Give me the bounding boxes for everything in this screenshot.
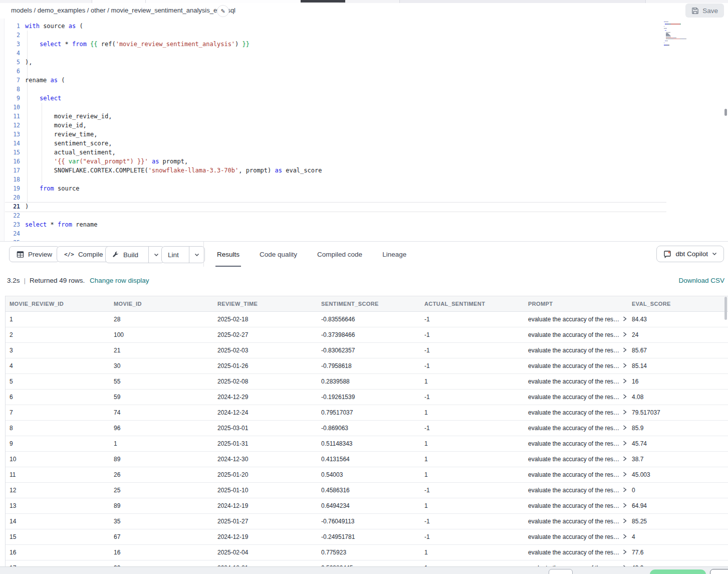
prompt-expand-chevron-icon[interactable] [623,518,627,525]
eval-score-cell: 85.9 [628,425,728,432]
prompt-cell[interactable]: evaluate the accuracy of the res… [524,331,628,338]
prompt-expand-chevron-icon[interactable] [623,331,627,338]
prompt-cell[interactable]: evaluate the accuracy of the res… [524,425,628,432]
actual-sentiment-cell: -1 [420,347,524,354]
prompt-expand-chevron-icon[interactable] [623,362,627,369]
movie-review-id-cell: 4 [6,362,110,369]
build-label: Build [123,251,138,259]
movie-review-id-cell: 2 [6,331,110,338]
code-line: 20 [0,193,728,202]
prompt-expand-chevron-icon[interactable] [623,456,627,463]
tab-compiled-code[interactable]: Compiled code [316,242,364,267]
line-number: 24 [0,229,20,238]
save-button[interactable]: Save [685,4,724,18]
prompt-cell[interactable]: evaluate the accuracy of the res… [524,347,628,354]
prompt-cell[interactable]: evaluate the accuracy of the res… [524,362,628,369]
line-number: 22 [0,211,20,220]
code-text: from source [25,184,79,193]
code-text: review_time, [25,130,98,139]
code-text: select [25,94,61,103]
prompt-expand-chevron-icon[interactable] [623,487,627,494]
prompt-expand-chevron-icon[interactable] [623,425,627,432]
row-count: Returned 49 rows. [30,277,85,284]
table-row: 4302025-01-26-0.7958618-1evaluate the ac… [6,358,728,374]
code-editor[interactable]: 1with source as (23 select * from {{ ref… [0,19,728,241]
download-csv-link[interactable]: Download CSV [678,277,724,284]
movie-id-cell: 26 [110,471,213,478]
lint-dropdown-caret[interactable] [189,247,204,263]
code-line: 7rename as ( [0,76,728,85]
copilot-edit-icon[interactable]: ✎ [217,5,229,17]
line-number: 11 [0,112,20,121]
prompt-expand-chevron-icon[interactable] [623,316,627,323]
prompt-cell[interactable]: evaluate the accuracy of the res… [524,456,628,463]
prompt-cell[interactable]: evaluate the accuracy of the res… [524,440,628,447]
breadcrumb: models / demo_examples / other / movie_r… [11,7,235,14]
table-grid-icon [17,251,24,258]
minimap[interactable] [664,21,719,51]
lint-button[interactable]: Lint [162,247,185,263]
change-row-display-link[interactable]: Change row display [90,277,149,284]
prompt-expand-chevron-icon[interactable] [623,549,627,556]
tab-code-quality[interactable]: Code quality [258,242,299,267]
prompt-expand-chevron-icon[interactable] [623,409,627,416]
table-scrollbar-thumb[interactable] [724,297,727,320]
movie-id-cell: 59 [110,394,213,401]
movie-id-cell: 1 [110,440,213,447]
floppy-disk-icon [691,7,699,15]
code-text: rename as ( [25,76,65,85]
query-status: 3.2s | Returned 49 rows. [7,277,85,284]
bottom-green-button-partial[interactable] [650,569,706,574]
build-button[interactable]: Build [106,247,144,263]
actual-sentiment-cell: -1 [420,487,524,494]
prompt-expand-chevron-icon[interactable] [623,440,627,447]
prompt-cell[interactable]: evaluate the accuracy of the res… [524,378,628,385]
prompt-expand-chevron-icon[interactable] [623,502,627,509]
prompt-cell[interactable]: evaluate the accuracy of the res… [524,487,628,494]
prompt-expand-chevron-icon[interactable] [623,471,627,478]
prompt-cell[interactable]: evaluate the accuracy of the res… [524,409,628,416]
review-time-cell: 2025-02-08 [213,378,317,385]
review-time-cell: 2025-02-27 [213,331,317,338]
line-number: 23 [0,220,20,229]
movie-id-cell: 21 [110,347,213,354]
prompt-expand-chevron-icon[interactable] [623,533,627,540]
dbt-copilot-button[interactable]: dbt Copilot [656,246,724,262]
code-line: 14 sentiment_score, [0,139,728,148]
prompt-cell[interactable]: evaluate the accuracy of the res… [524,502,628,509]
prompt-expand-chevron-icon[interactable] [623,378,627,385]
prompt-cell[interactable]: evaluate the accuracy of the res… [524,394,628,401]
movie-id-cell: 89 [110,502,213,509]
preview-label: Preview [28,251,52,258]
prompt-cell[interactable]: evaluate the accuracy of the res… [524,316,628,323]
actual-sentiment-cell: 1 [420,502,524,509]
prompt-expand-chevron-icon[interactable] [623,347,627,354]
movie-id-cell: 16 [110,549,213,556]
bottom-white-button-partial[interactable] [710,569,728,574]
table-row: 14352025-01-27-0.76049113-1evaluate the … [6,514,728,529]
bottom-chip-partial[interactable] [549,569,573,574]
minimap-line [666,39,686,39]
prompt-cell[interactable]: evaluate the accuracy of the res… [524,471,628,478]
prompt-cell[interactable]: evaluate the accuracy of the res… [524,518,628,525]
tab-lineage[interactable]: Lineage [381,242,408,267]
column-header-eval_score: EVAL_SCORE [628,301,728,307]
editor-scrollbar-thumb[interactable] [724,109,727,116]
preview-button[interactable]: Preview [9,246,60,262]
actual-sentiment-cell: -1 [420,394,524,401]
prompt-text: evaluate the accuracy of the res… [528,378,619,385]
prompt-cell[interactable]: evaluate the accuracy of the res… [524,533,628,540]
code-line: 16 '{{ var("eval_prompt") }}' as prompt, [0,157,728,166]
toolbar-divider [203,242,204,267]
tab-results[interactable]: Results [215,242,241,267]
table-row: 15672024-12-19-0.24951781-1evaluate the … [6,529,728,545]
actual-sentiment-cell: -1 [420,425,524,432]
prompt-expand-chevron-icon[interactable] [623,394,627,401]
tab-strip-dark-bar [301,0,345,3]
movie-review-id-cell: 12 [6,487,110,494]
code-line: 13 review_time, [0,130,728,139]
code-line: 9 select [0,94,728,103]
code-line: 12 movie_id, [0,121,728,130]
prompt-cell[interactable]: evaluate the accuracy of the res… [524,549,628,556]
compile-button[interactable]: </> Compile [57,246,110,262]
